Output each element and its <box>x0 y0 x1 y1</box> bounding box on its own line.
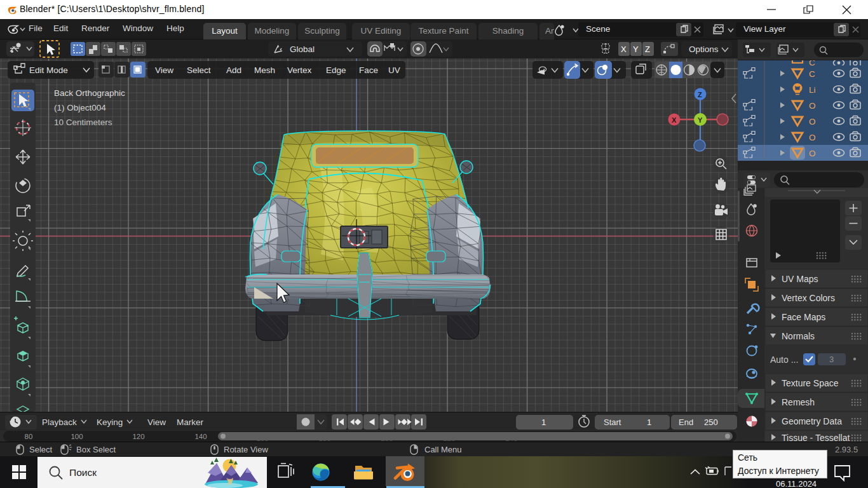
svg-text:Remesh: Remesh <box>782 397 815 407</box>
svg-text:Keying: Keying <box>97 417 123 427</box>
svg-text:Rotate View: Rotate View <box>224 445 268 454</box>
svg-text:120: 120 <box>132 433 144 440</box>
svg-text:View: View <box>147 417 166 427</box>
svg-text:Geometry Data: Geometry Data <box>782 416 842 426</box>
svg-text:(1) Object004: (1) Object004 <box>54 103 106 112</box>
svg-text:1: 1 <box>647 417 651 427</box>
svg-text:Add: Add <box>226 65 241 75</box>
svg-text:250: 250 <box>704 417 718 427</box>
svg-text:Box Select: Box Select <box>76 445 116 454</box>
svg-text:Auto ...: Auto ... <box>770 355 798 365</box>
svg-text:Vertex Colors: Vertex Colors <box>782 293 835 303</box>
svg-text:100: 100 <box>71 433 83 440</box>
svg-text:View: View <box>155 65 173 75</box>
svg-text:Vertex: Vertex <box>287 65 312 75</box>
svg-text:Y: Y <box>698 116 703 124</box>
svg-text:140: 140 <box>194 433 207 440</box>
svg-text:Mesh: Mesh <box>254 65 275 75</box>
svg-text:Z: Z <box>698 91 702 98</box>
svg-text:End: End <box>679 417 693 427</box>
svg-text:Face Maps: Face Maps <box>782 312 825 322</box>
svg-text:Texture Space: Texture Space <box>782 378 839 388</box>
svg-text:1: 1 <box>541 417 546 427</box>
svg-text:06.11.2024: 06.11.2024 <box>776 479 817 488</box>
svg-text:Поиск: Поиск <box>69 467 97 478</box>
svg-text:Select: Select <box>187 65 211 75</box>
svg-text:Playback: Playback <box>42 417 77 427</box>
svg-text:3: 3 <box>829 355 834 364</box>
svg-text:Select: Select <box>29 445 53 454</box>
svg-text:10 Centimeters: 10 Centimeters <box>54 118 112 127</box>
svg-text:Normals: Normals <box>782 331 815 341</box>
svg-text:X: X <box>672 116 677 124</box>
svg-text:80: 80 <box>25 433 33 440</box>
svg-text:UV: UV <box>388 65 400 75</box>
svg-text:Face: Face <box>359 65 378 75</box>
svg-text:UV Maps: UV Maps <box>782 274 818 284</box>
svg-text:Tissue - Tessellat: Tissue - Tessellat <box>782 433 850 442</box>
svg-text:Call Menu: Call Menu <box>424 445 462 454</box>
svg-text:2.93.5: 2.93.5 <box>835 445 858 454</box>
svg-text:Marker: Marker <box>177 417 204 427</box>
svg-text:Edit Mode: Edit Mode <box>29 65 68 75</box>
svg-text:Start: Start <box>604 417 621 427</box>
svg-text:Edge: Edge <box>326 65 346 75</box>
svg-text:Back Orthographic: Back Orthographic <box>54 88 125 98</box>
